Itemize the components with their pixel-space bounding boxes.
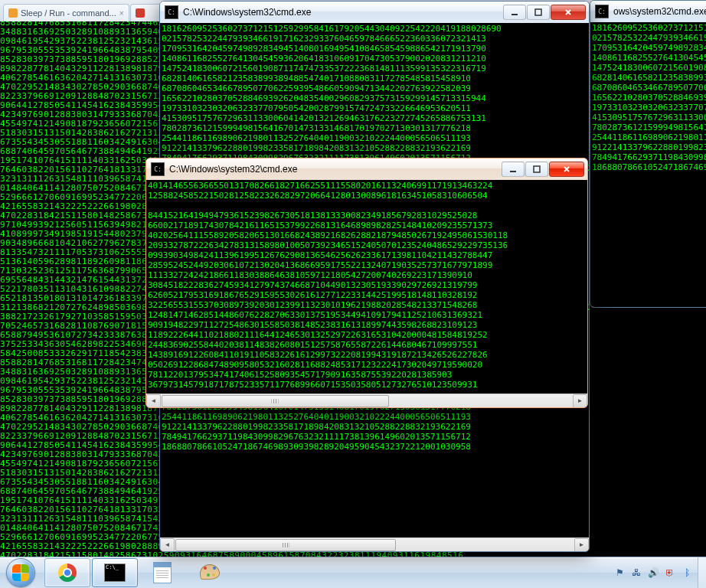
scroll-right-arrow[interactable]: ► [573, 394, 587, 408]
svg-rect-2 [510, 171, 516, 172]
svg-rect-0 [512, 14, 518, 15]
scroll-track[interactable] [162, 395, 572, 407]
cmd-icon: C: [595, 5, 609, 18]
taskbar-item-paint[interactable] [187, 558, 233, 587]
chrome-icon [58, 564, 77, 582]
show-desktop-button[interactable] [698, 557, 706, 588]
scroll-left-arrow[interactable]: ◄ [146, 394, 161, 408]
cmd-icon: C: [151, 162, 165, 176]
console-text: 1816260952536027371215125929958416179205… [590, 22, 706, 307]
svg-rect-3 [534, 166, 540, 172]
window-title: C:\Windows\system32\cmd.exe [181, 7, 503, 18]
browser-tab[interactable]: Sleep / Run - command...× [3, 4, 129, 21]
cmd-window-right-partial: C: ows\system32\cmd.exe 1816260952536027… [590, 0, 706, 308]
notepad-icon [153, 562, 172, 583]
tab-close-icon[interactable]: × [119, 9, 124, 18]
tray-security-icon[interactable]: ⛨ [664, 567, 676, 579]
minimize-button[interactable] [503, 5, 526, 20]
horizontal-scrollbar[interactable]: ◄ ► [146, 394, 587, 407]
taskbar-item-notepad[interactable] [139, 558, 185, 587]
close-button[interactable] [551, 5, 586, 20]
taskbar-item-chrome[interactable] [44, 558, 90, 587]
cmd-icon: C:\_ [104, 564, 126, 582]
paint-icon [200, 564, 220, 581]
taskbar-item-cmd[interactable]: C:\_ [92, 558, 138, 587]
cmd-icon: C: [165, 5, 178, 19]
tray-volume-icon[interactable]: 🔊 [647, 567, 659, 579]
tab-label: Sleep / Run - command... [21, 8, 116, 18]
windows-orb-icon [6, 558, 35, 587]
system-tray[interactable]: ⚑ 🖧 🔊 ⛨ ᛒ [609, 557, 698, 588]
titlebar[interactable]: C: ows\system32\cmd.exe [590, 1, 706, 22]
favicon [8, 8, 18, 18]
scroll-thumb[interactable] [175, 539, 396, 551]
tray-action-center-icon[interactable]: ⚑ [613, 567, 626, 579]
start-button[interactable] [0, 557, 41, 588]
taskbar[interactable]: C:\_ ⚑ 🖧 🔊 ⛨ ᛒ [0, 557, 706, 588]
minimize-button[interactable] [502, 162, 525, 177]
titlebar[interactable]: C: C:\Windows\system32\cmd.exe [146, 158, 587, 180]
console-text: 4014146556366550131708266182716625511155… [146, 180, 587, 394]
svg-rect-1 [535, 9, 541, 15]
maximize-button[interactable] [527, 5, 550, 20]
scroll-track[interactable] [175, 539, 574, 551]
maximize-button[interactable] [525, 162, 548, 177]
taskbar-pinned-area: C:\_ [41, 557, 236, 588]
window-title: C:\Windows\system32\cmd.exe [168, 164, 502, 175]
scroll-thumb[interactable] [162, 395, 389, 407]
scroll-left-arrow[interactable]: ◄ [160, 538, 175, 552]
tray-bluetooth-icon[interactable]: ᛒ [681, 567, 693, 579]
scroll-right-arrow[interactable]: ► [574, 538, 589, 552]
cmd-window-front[interactable]: C: C:\Windows\system32\cmd.exe 401414655… [145, 158, 588, 408]
favicon [136, 8, 145, 18]
close-button[interactable] [549, 162, 584, 177]
window-title: ows\system32\cmd.exe [612, 6, 706, 17]
horizontal-scrollbar[interactable]: ◄ ► [160, 537, 589, 551]
titlebar[interactable]: C: C:\Windows\system32\cmd.exe [160, 2, 589, 23]
tray-network-icon[interactable]: 🖧 [630, 567, 642, 579]
